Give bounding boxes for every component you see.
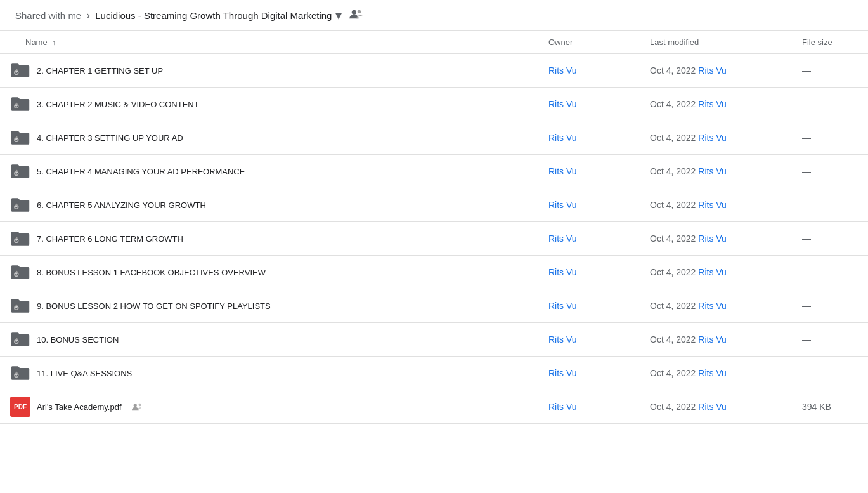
breadcrumb-dropdown-icon[interactable]: ▾ — [335, 8, 342, 23]
table-row[interactable]: PDFAri's Take Academy.pdf Rits VuOct 4, … — [0, 390, 868, 424]
modified-user: Rits Vu — [698, 233, 727, 244]
column-name[interactable]: Name ↑ — [0, 31, 538, 54]
owner-cell: Rits Vu — [538, 54, 640, 88]
modified-user: Rits Vu — [698, 368, 727, 378]
filesize-cell: — — [792, 88, 868, 121]
column-file-size[interactable]: File size — [792, 31, 868, 54]
breadcrumb-people-icon[interactable] — [349, 8, 363, 23]
table-row[interactable]: 2. CHAPTER 1 GETTING SET UPRits VuOct 4,… — [0, 54, 868, 88]
filesize-cell: — — [792, 54, 868, 88]
modified-cell: Oct 4, 2022 Rits Vu — [640, 256, 792, 289]
svg-point-19 — [16, 237, 18, 239]
filesize-cell: 394 KB — [792, 390, 868, 424]
column-owner[interactable]: Owner — [538, 31, 640, 54]
filesize-cell: — — [792, 289, 868, 323]
item-name: 10. BONUS SECTION — [37, 335, 119, 345]
modified-user: Rits Vu — [698, 402, 727, 412]
modified-cell: Oct 4, 2022 Rits Vu — [640, 289, 792, 323]
svg-point-10 — [16, 136, 18, 138]
name-cell: 7. CHAPTER 6 LONG TERM GROWTH — [10, 228, 528, 249]
svg-point-31 — [16, 372, 18, 374]
filesize-cell: — — [792, 121, 868, 155]
table-row[interactable]: 6. CHAPTER 5 ANALYZING YOUR GROWTHRits V… — [0, 188, 868, 222]
table-row[interactable]: 7. CHAPTER 6 LONG TERM GROWTHRits VuOct … — [0, 222, 868, 256]
table-row[interactable]: 5. CHAPTER 4 MANAGING YOUR AD PERFORMANC… — [0, 155, 868, 188]
table-row[interactable]: 3. CHAPTER 2 MUSIC & VIDEO CONTENTRits V… — [0, 88, 868, 121]
folder-icon — [10, 94, 30, 114]
modified-user: Rits Vu — [698, 301, 727, 311]
folder-icon — [10, 329, 30, 350]
svg-point-25 — [16, 305, 18, 306]
modified-user: Rits Vu — [698, 334, 727, 345]
sort-icon: ↑ — [52, 38, 56, 47]
name-cell: 10. BONUS SECTION — [10, 329, 528, 350]
modified-cell: Oct 4, 2022 Rits Vu — [640, 357, 792, 390]
filesize-cell: — — [792, 188, 868, 222]
item-name: 4. CHAPTER 3 SETTING UP YOUR AD — [37, 133, 183, 143]
folder-icon — [10, 262, 30, 282]
modified-cell: Oct 4, 2022 Rits Vu — [640, 88, 792, 121]
svg-point-1 — [358, 10, 361, 13]
modified-user: Rits Vu — [698, 65, 727, 76]
svg-point-33 — [138, 404, 141, 407]
modified-cell: Oct 4, 2022 Rits Vu — [640, 323, 792, 357]
modified-user: Rits Vu — [698, 200, 727, 210]
modified-cell: Oct 4, 2022 Rits Vu — [640, 222, 792, 256]
folder-icon — [10, 228, 30, 249]
name-cell: 5. CHAPTER 4 MANAGING YOUR AD PERFORMANC… — [10, 161, 528, 181]
modified-user: Rits Vu — [698, 267, 727, 277]
share-badge-icon — [132, 402, 143, 411]
table-row[interactable]: 10. BONUS SECTIONRits VuOct 4, 2022 Rits… — [0, 323, 868, 357]
modified-cell: Oct 4, 2022 Rits Vu — [640, 390, 792, 424]
filesize-cell: — — [792, 155, 868, 188]
folder-icon — [10, 195, 30, 215]
table-row[interactable]: 4. CHAPTER 3 SETTING UP YOUR ADRits VuOc… — [0, 121, 868, 155]
item-name: Ari's Take Academy.pdf — [37, 402, 122, 412]
table-row[interactable]: 8. BONUS LESSON 1 FACEBOOK OBJECTIVES OV… — [0, 256, 868, 289]
name-cell: PDFAri's Take Academy.pdf — [10, 397, 528, 417]
owner-cell: Rits Vu — [538, 289, 640, 323]
breadcrumb-folder-name: Lucidious - Streaming Growth Through Dig… — [95, 10, 332, 21]
owner-cell: Rits Vu — [538, 256, 640, 289]
item-name: 8. BONUS LESSON 1 FACEBOOK OBJECTIVES OV… — [37, 268, 266, 277]
filesize-cell: — — [792, 357, 868, 390]
file-table: Name ↑ Owner Last modified File size 2. … — [0, 31, 868, 424]
item-name: 2. CHAPTER 1 GETTING SET UP — [37, 66, 163, 76]
item-name: 3. CHAPTER 2 MUSIC & VIDEO CONTENT — [37, 100, 199, 109]
svg-point-7 — [16, 103, 18, 105]
breadcrumb-shared-link[interactable]: Shared with me — [15, 10, 81, 21]
breadcrumb-separator: › — [86, 9, 90, 22]
item-name: 7. CHAPTER 6 LONG TERM GROWTH — [37, 234, 183, 244]
pdf-icon: PDF — [10, 397, 30, 417]
owner-cell: Rits Vu — [538, 222, 640, 256]
name-cell: 2. CHAPTER 1 GETTING SET UP — [10, 60, 528, 81]
owner-cell: Rits Vu — [538, 188, 640, 222]
folder-icon — [10, 363, 30, 383]
svg-point-32 — [133, 404, 136, 407]
owner-cell: Rits Vu — [538, 88, 640, 121]
table-row[interactable]: 11. LIVE Q&A SESSIONSRits VuOct 4, 2022 … — [0, 357, 868, 390]
item-name: 6. CHAPTER 5 ANALYZING YOUR GROWTH — [37, 200, 206, 210]
svg-point-16 — [16, 204, 18, 206]
filesize-cell: — — [792, 323, 868, 357]
filesize-cell: — — [792, 256, 868, 289]
svg-point-22 — [16, 271, 18, 273]
folder-icon — [10, 128, 30, 148]
owner-cell: Rits Vu — [538, 390, 640, 424]
table-row[interactable]: 9. BONUS LESSON 2 HOW TO GET ON SPOTIFY … — [0, 289, 868, 323]
name-cell: 3. CHAPTER 2 MUSIC & VIDEO CONTENT — [10, 94, 528, 114]
name-cell: 11. LIVE Q&A SESSIONS — [10, 363, 528, 383]
item-name: 5. CHAPTER 4 MANAGING YOUR AD PERFORMANC… — [37, 167, 245, 176]
filesize-cell: — — [792, 222, 868, 256]
breadcrumb: Shared with me › Lucidious - Streaming G… — [0, 0, 868, 31]
name-cell: 4. CHAPTER 3 SETTING UP YOUR AD — [10, 128, 528, 148]
modified-cell: Oct 4, 2022 Rits Vu — [640, 54, 792, 88]
modified-cell: Oct 4, 2022 Rits Vu — [640, 188, 792, 222]
svg-point-0 — [352, 10, 356, 14]
modified-user: Rits Vu — [698, 133, 727, 143]
svg-point-4 — [16, 69, 18, 71]
owner-cell: Rits Vu — [538, 121, 640, 155]
folder-icon — [10, 296, 30, 316]
owner-cell: Rits Vu — [538, 357, 640, 390]
column-last-modified[interactable]: Last modified — [640, 31, 792, 54]
